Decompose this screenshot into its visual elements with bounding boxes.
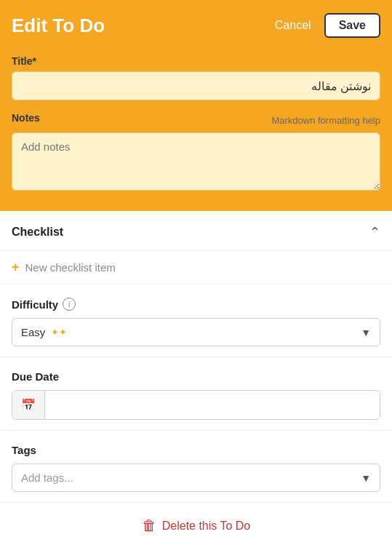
due-date-input[interactable] bbox=[45, 391, 380, 418]
tags-placeholder: Add tags... bbox=[21, 472, 73, 484]
difficulty-text: Easy bbox=[21, 326, 45, 338]
difficulty-value: Easy ✦✦ bbox=[21, 326, 67, 338]
tags-dropdown-arrow-icon: ▼ bbox=[361, 472, 371, 484]
tags-section: Tags Add tags... ▼ bbox=[0, 431, 392, 503]
title-label: Title* bbox=[12, 55, 380, 67]
checklist-title: Checklist bbox=[12, 226, 63, 239]
checklist-header: Checklist ⌃ bbox=[0, 211, 392, 251]
trash-icon: 🗑 bbox=[142, 517, 156, 534]
new-checklist-text: New checklist item bbox=[25, 261, 116, 274]
header-section: Edit To Do Cancel Save Title* Notes Mark… bbox=[0, 0, 392, 211]
delete-text: Delete this To Do bbox=[162, 520, 251, 533]
chevron-up-icon[interactable]: ⌃ bbox=[369, 224, 380, 240]
notes-label: Notes bbox=[12, 112, 40, 124]
cancel-button[interactable]: Cancel bbox=[269, 15, 317, 36]
tags-label: Tags bbox=[12, 444, 380, 456]
due-date-section: Due Date 📅 bbox=[0, 357, 392, 431]
difficulty-section: Difficulty i Easy ✦✦ ▼ bbox=[0, 285, 392, 357]
new-checklist-row[interactable]: + New checklist item bbox=[0, 251, 392, 285]
notes-field-container: Notes Markdown formatting help bbox=[12, 112, 380, 194]
header-actions: Cancel Save bbox=[269, 13, 380, 38]
delete-section[interactable]: 🗑 Delete this To Do bbox=[0, 503, 392, 545]
tags-dropdown-wrapper: Add tags... ▼ bbox=[12, 464, 380, 492]
header-top: Edit To Do Cancel Save bbox=[12, 13, 380, 38]
due-date-label: Due Date bbox=[12, 370, 380, 383]
dropdown-arrow-icon: ▼ bbox=[361, 327, 371, 338]
difficulty-label: Difficulty bbox=[12, 298, 58, 311]
markdown-formatting-link[interactable]: Markdown formatting help bbox=[271, 115, 380, 126]
save-button[interactable]: Save bbox=[324, 13, 380, 38]
calendar-icon-box: 📅 bbox=[12, 391, 45, 419]
title-field-container: Title* bbox=[12, 55, 380, 100]
body-section: Checklist ⌃ + New checklist item Difficu… bbox=[0, 211, 392, 545]
notes-row: Notes Markdown formatting help bbox=[12, 112, 380, 128]
difficulty-stars: ✦✦ bbox=[51, 327, 67, 338]
info-icon[interactable]: i bbox=[63, 298, 76, 311]
page-title: Edit To Do bbox=[12, 15, 105, 37]
difficulty-label-row: Difficulty i bbox=[12, 298, 380, 311]
title-input[interactable] bbox=[12, 71, 380, 100]
difficulty-dropdown[interactable]: Easy ✦✦ ▼ bbox=[12, 318, 380, 346]
plus-icon: + bbox=[12, 260, 20, 275]
notes-textarea[interactable] bbox=[12, 132, 380, 191]
due-date-input-wrapper: 📅 bbox=[12, 390, 380, 420]
calendar-icon: 📅 bbox=[21, 398, 36, 412]
tags-dropdown[interactable]: Add tags... ▼ bbox=[12, 464, 380, 492]
